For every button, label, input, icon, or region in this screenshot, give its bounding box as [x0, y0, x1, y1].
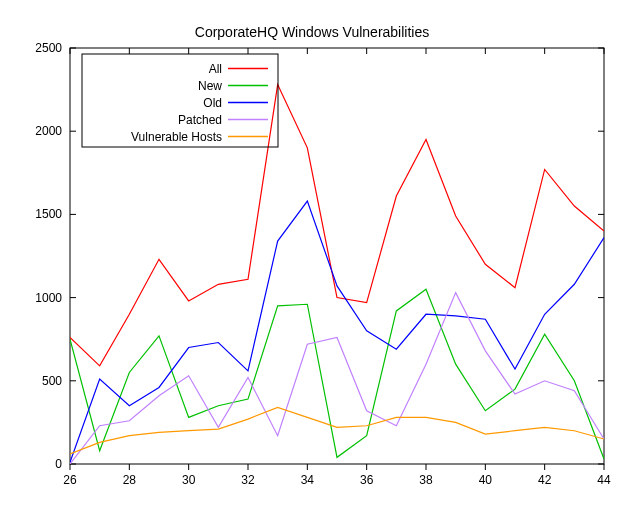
legend-label: All: [209, 62, 222, 76]
plot-border: [70, 48, 604, 464]
legend-label: New: [198, 79, 222, 93]
x-tick-label: 28: [123, 473, 137, 487]
series-line: [70, 85, 604, 366]
series-line: [70, 293, 604, 464]
y-tick-label: 1500: [35, 207, 62, 221]
y-tick-label: 2500: [35, 41, 62, 55]
x-tick-label: 26: [63, 473, 77, 487]
y-tick-label: 2000: [35, 124, 62, 138]
x-tick-label: 40: [479, 473, 493, 487]
y-tick-label: 0: [55, 457, 62, 471]
x-tick-label: 44: [597, 473, 611, 487]
legend-label: Patched: [178, 113, 222, 127]
series-line: [70, 407, 604, 454]
y-tick-label: 500: [42, 374, 62, 388]
chart-container: CorporateHQ Windows Vulnerabilities 2628…: [0, 0, 624, 508]
x-tick-label: 36: [360, 473, 374, 487]
x-tick-label: 32: [241, 473, 255, 487]
x-tick-label: 42: [538, 473, 552, 487]
y-tick-label: 1000: [35, 291, 62, 305]
x-tick-label: 30: [182, 473, 196, 487]
chart-svg: 2628303234363840424405001000150020002500…: [0, 0, 624, 508]
x-tick-label: 34: [301, 473, 315, 487]
legend-label: Old: [203, 96, 222, 110]
series-line: [70, 201, 604, 462]
x-tick-label: 38: [419, 473, 433, 487]
legend-label: Vulnerable Hosts: [131, 130, 222, 144]
